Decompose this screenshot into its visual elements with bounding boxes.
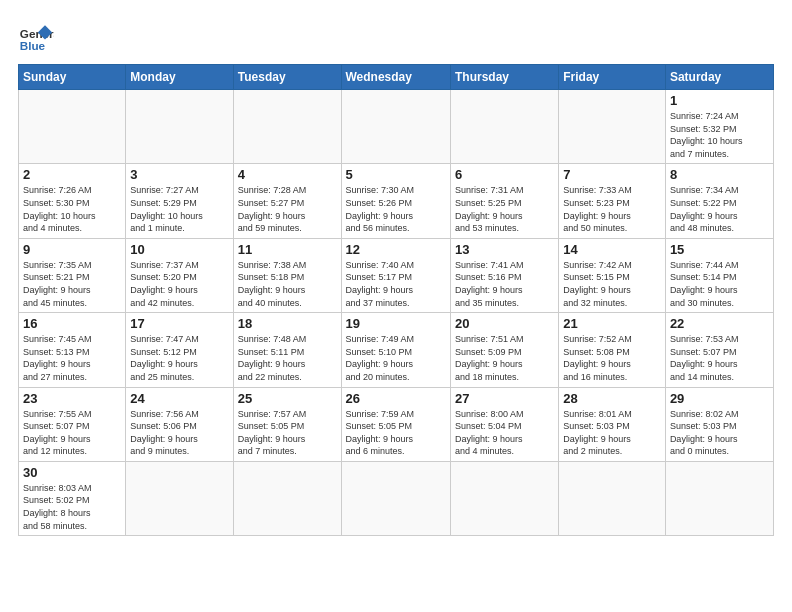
day-info: Sunrise: 7:37 AM Sunset: 5:20 PM Dayligh… <box>130 259 228 309</box>
weekday-header-wednesday: Wednesday <box>341 65 450 90</box>
day-info: Sunrise: 7:59 AM Sunset: 5:05 PM Dayligh… <box>346 408 446 458</box>
day-info: Sunrise: 7:49 AM Sunset: 5:10 PM Dayligh… <box>346 333 446 383</box>
day-number: 9 <box>23 242 121 257</box>
day-info: Sunrise: 8:01 AM Sunset: 5:03 PM Dayligh… <box>563 408 661 458</box>
calendar-cell: 18Sunrise: 7:48 AM Sunset: 5:11 PM Dayli… <box>233 313 341 387</box>
day-info: Sunrise: 7:30 AM Sunset: 5:26 PM Dayligh… <box>346 184 446 234</box>
day-number: 28 <box>563 391 661 406</box>
page-header: General Blue <box>18 18 774 54</box>
calendar-cell: 13Sunrise: 7:41 AM Sunset: 5:16 PM Dayli… <box>450 238 558 312</box>
calendar-cell: 4Sunrise: 7:28 AM Sunset: 5:27 PM Daylig… <box>233 164 341 238</box>
weekday-header-friday: Friday <box>559 65 666 90</box>
day-number: 6 <box>455 167 554 182</box>
day-info: Sunrise: 8:00 AM Sunset: 5:04 PM Dayligh… <box>455 408 554 458</box>
day-number: 17 <box>130 316 228 331</box>
day-number: 16 <box>23 316 121 331</box>
calendar-cell <box>341 90 450 164</box>
day-info: Sunrise: 7:51 AM Sunset: 5:09 PM Dayligh… <box>455 333 554 383</box>
day-number: 30 <box>23 465 121 480</box>
day-number: 13 <box>455 242 554 257</box>
day-info: Sunrise: 7:24 AM Sunset: 5:32 PM Dayligh… <box>670 110 769 160</box>
calendar-week-row: 16Sunrise: 7:45 AM Sunset: 5:13 PM Dayli… <box>19 313 774 387</box>
calendar-cell: 28Sunrise: 8:01 AM Sunset: 5:03 PM Dayli… <box>559 387 666 461</box>
day-number: 29 <box>670 391 769 406</box>
day-number: 7 <box>563 167 661 182</box>
day-info: Sunrise: 7:47 AM Sunset: 5:12 PM Dayligh… <box>130 333 228 383</box>
day-info: Sunrise: 7:55 AM Sunset: 5:07 PM Dayligh… <box>23 408 121 458</box>
calendar-week-row: 9Sunrise: 7:35 AM Sunset: 5:21 PM Daylig… <box>19 238 774 312</box>
weekday-header-saturday: Saturday <box>665 65 773 90</box>
calendar-cell <box>450 90 558 164</box>
day-number: 27 <box>455 391 554 406</box>
day-info: Sunrise: 7:48 AM Sunset: 5:11 PM Dayligh… <box>238 333 337 383</box>
calendar-cell: 25Sunrise: 7:57 AM Sunset: 5:05 PM Dayli… <box>233 387 341 461</box>
day-number: 11 <box>238 242 337 257</box>
day-number: 5 <box>346 167 446 182</box>
day-info: Sunrise: 7:52 AM Sunset: 5:08 PM Dayligh… <box>563 333 661 383</box>
day-number: 8 <box>670 167 769 182</box>
calendar-week-row: 30Sunrise: 8:03 AM Sunset: 5:02 PM Dayli… <box>19 461 774 535</box>
weekday-header-monday: Monday <box>126 65 233 90</box>
logo: General Blue <box>18 18 54 54</box>
calendar-cell: 6Sunrise: 7:31 AM Sunset: 5:25 PM Daylig… <box>450 164 558 238</box>
day-number: 24 <box>130 391 228 406</box>
day-number: 26 <box>346 391 446 406</box>
day-number: 25 <box>238 391 337 406</box>
calendar-header-row: SundayMondayTuesdayWednesdayThursdayFrid… <box>19 65 774 90</box>
calendar-week-row: 1Sunrise: 7:24 AM Sunset: 5:32 PM Daylig… <box>19 90 774 164</box>
calendar-cell <box>233 90 341 164</box>
day-info: Sunrise: 7:38 AM Sunset: 5:18 PM Dayligh… <box>238 259 337 309</box>
day-info: Sunrise: 7:31 AM Sunset: 5:25 PM Dayligh… <box>455 184 554 234</box>
calendar-cell: 22Sunrise: 7:53 AM Sunset: 5:07 PM Dayli… <box>665 313 773 387</box>
calendar-cell: 14Sunrise: 7:42 AM Sunset: 5:15 PM Dayli… <box>559 238 666 312</box>
calendar-cell: 17Sunrise: 7:47 AM Sunset: 5:12 PM Dayli… <box>126 313 233 387</box>
calendar-cell: 2Sunrise: 7:26 AM Sunset: 5:30 PM Daylig… <box>19 164 126 238</box>
day-number: 14 <box>563 242 661 257</box>
day-number: 3 <box>130 167 228 182</box>
calendar-cell <box>126 461 233 535</box>
day-info: Sunrise: 7:34 AM Sunset: 5:22 PM Dayligh… <box>670 184 769 234</box>
calendar-cell <box>665 461 773 535</box>
calendar-cell: 19Sunrise: 7:49 AM Sunset: 5:10 PM Dayli… <box>341 313 450 387</box>
calendar-cell: 29Sunrise: 8:02 AM Sunset: 5:03 PM Dayli… <box>665 387 773 461</box>
calendar-cell: 21Sunrise: 7:52 AM Sunset: 5:08 PM Dayli… <box>559 313 666 387</box>
calendar-cell <box>450 461 558 535</box>
calendar-table: SundayMondayTuesdayWednesdayThursdayFrid… <box>18 64 774 536</box>
day-number: 2 <box>23 167 121 182</box>
weekday-header-tuesday: Tuesday <box>233 65 341 90</box>
calendar-cell <box>559 461 666 535</box>
day-number: 21 <box>563 316 661 331</box>
day-info: Sunrise: 7:57 AM Sunset: 5:05 PM Dayligh… <box>238 408 337 458</box>
day-number: 1 <box>670 93 769 108</box>
day-number: 12 <box>346 242 446 257</box>
day-info: Sunrise: 7:42 AM Sunset: 5:15 PM Dayligh… <box>563 259 661 309</box>
calendar-cell <box>341 461 450 535</box>
calendar-cell: 3Sunrise: 7:27 AM Sunset: 5:29 PM Daylig… <box>126 164 233 238</box>
day-info: Sunrise: 8:03 AM Sunset: 5:02 PM Dayligh… <box>23 482 121 532</box>
calendar-cell: 20Sunrise: 7:51 AM Sunset: 5:09 PM Dayli… <box>450 313 558 387</box>
day-number: 22 <box>670 316 769 331</box>
calendar-cell: 16Sunrise: 7:45 AM Sunset: 5:13 PM Dayli… <box>19 313 126 387</box>
calendar-cell: 27Sunrise: 8:00 AM Sunset: 5:04 PM Dayli… <box>450 387 558 461</box>
day-number: 15 <box>670 242 769 257</box>
calendar-cell: 8Sunrise: 7:34 AM Sunset: 5:22 PM Daylig… <box>665 164 773 238</box>
day-number: 19 <box>346 316 446 331</box>
calendar-cell: 24Sunrise: 7:56 AM Sunset: 5:06 PM Dayli… <box>126 387 233 461</box>
day-info: Sunrise: 8:02 AM Sunset: 5:03 PM Dayligh… <box>670 408 769 458</box>
calendar-cell <box>233 461 341 535</box>
calendar-cell: 7Sunrise: 7:33 AM Sunset: 5:23 PM Daylig… <box>559 164 666 238</box>
day-number: 20 <box>455 316 554 331</box>
calendar-cell: 5Sunrise: 7:30 AM Sunset: 5:26 PM Daylig… <box>341 164 450 238</box>
day-info: Sunrise: 7:27 AM Sunset: 5:29 PM Dayligh… <box>130 184 228 234</box>
calendar-cell: 11Sunrise: 7:38 AM Sunset: 5:18 PM Dayli… <box>233 238 341 312</box>
weekday-header-sunday: Sunday <box>19 65 126 90</box>
calendar-week-row: 23Sunrise: 7:55 AM Sunset: 5:07 PM Dayli… <box>19 387 774 461</box>
calendar-week-row: 2Sunrise: 7:26 AM Sunset: 5:30 PM Daylig… <box>19 164 774 238</box>
calendar-cell: 30Sunrise: 8:03 AM Sunset: 5:02 PM Dayli… <box>19 461 126 535</box>
day-info: Sunrise: 7:33 AM Sunset: 5:23 PM Dayligh… <box>563 184 661 234</box>
calendar-cell: 26Sunrise: 7:59 AM Sunset: 5:05 PM Dayli… <box>341 387 450 461</box>
day-number: 10 <box>130 242 228 257</box>
calendar-cell: 12Sunrise: 7:40 AM Sunset: 5:17 PM Dayli… <box>341 238 450 312</box>
general-blue-logo-icon: General Blue <box>18 18 54 54</box>
day-info: Sunrise: 7:26 AM Sunset: 5:30 PM Dayligh… <box>23 184 121 234</box>
